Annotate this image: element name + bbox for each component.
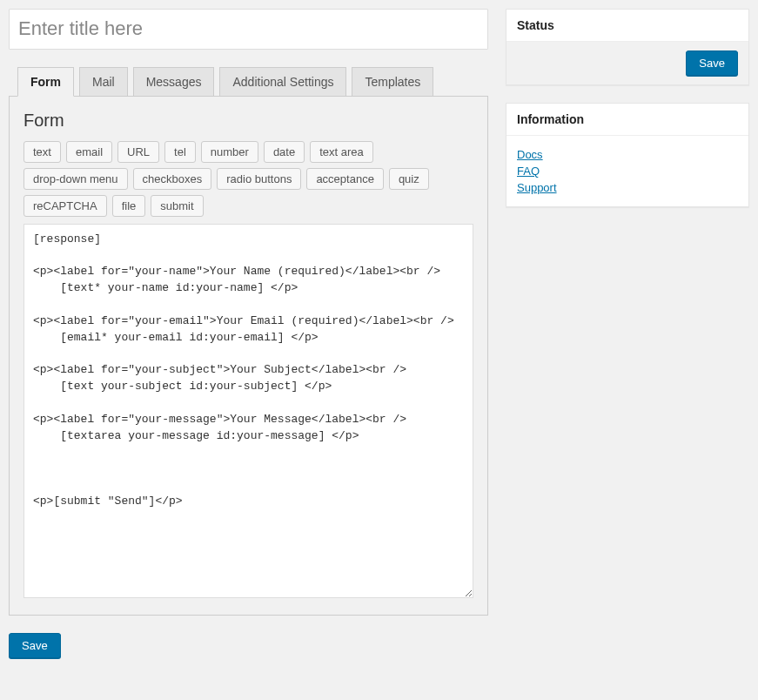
- tag-button-row: text email URL tel number date text area…: [23, 141, 473, 217]
- tag-email-button[interactable]: email: [66, 141, 112, 163]
- save-button-side[interactable]: Save: [686, 50, 738, 76]
- info-link-support[interactable]: Support: [517, 181, 738, 194]
- tab-mail[interactable]: Mail: [79, 67, 128, 97]
- tabs: Form Mail Messages Additional Settings T…: [9, 67, 488, 97]
- tag-textarea-button[interactable]: text area: [310, 141, 373, 163]
- tab-messages[interactable]: Messages: [133, 67, 215, 97]
- info-link-docs[interactable]: Docs: [517, 148, 738, 161]
- tag-date-button[interactable]: date: [264, 141, 305, 163]
- tag-tel-button[interactable]: tel: [164, 141, 196, 163]
- form-panel: Form text email URL tel number date text…: [9, 96, 488, 616]
- save-button-bottom[interactable]: Save: [9, 633, 61, 658]
- tag-recaptcha-button[interactable]: reCAPTCHA: [23, 195, 107, 217]
- tag-url-button[interactable]: URL: [117, 141, 159, 163]
- tag-acceptance-button[interactable]: acceptance: [306, 168, 384, 190]
- tab-additional-settings[interactable]: Additional Settings: [219, 67, 346, 97]
- status-box: Status Save: [506, 9, 749, 85]
- info-box-title: Information: [517, 112, 738, 126]
- tag-submit-button[interactable]: submit: [151, 195, 203, 217]
- tag-quiz-button[interactable]: quiz: [389, 168, 429, 190]
- info-box: Information Docs FAQ Support: [506, 103, 749, 207]
- info-link-faq[interactable]: FAQ: [517, 165, 738, 178]
- panel-heading: Form: [23, 111, 473, 131]
- tag-number-button[interactable]: number: [201, 141, 258, 163]
- form-code-textarea[interactable]: [23, 224, 473, 598]
- tab-templates[interactable]: Templates: [352, 67, 433, 97]
- tag-checkboxes-button[interactable]: checkboxes: [133, 168, 212, 190]
- title-input[interactable]: [9, 9, 488, 50]
- tag-dropdown-button[interactable]: drop-down menu: [23, 168, 128, 190]
- tag-radio-button[interactable]: radio buttons: [217, 168, 301, 190]
- status-box-title: Status: [517, 18, 738, 32]
- tag-file-button[interactable]: file: [112, 195, 146, 217]
- tab-form[interactable]: Form: [17, 67, 74, 97]
- tag-text-button[interactable]: text: [23, 141, 61, 163]
